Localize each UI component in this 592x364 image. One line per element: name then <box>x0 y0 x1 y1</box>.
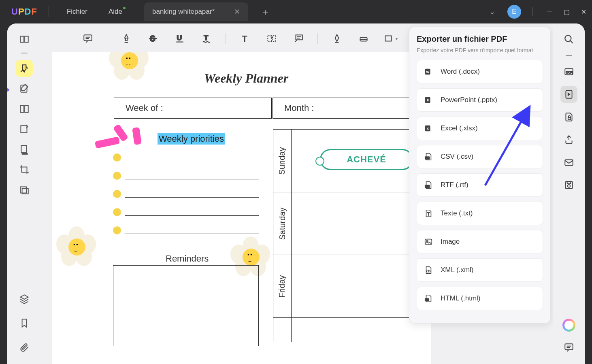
new-tab-button[interactable]: ＋ <box>260 5 270 18</box>
rtf-icon: RTF <box>424 180 433 190</box>
chevron-down-icon: ▾ <box>396 36 398 41</box>
squiggly-button[interactable]: T <box>199 31 214 46</box>
export-text-button[interactable]: T Texte (.txt) <box>417 202 543 225</box>
export-powerpoint-button[interactable]: P PowerPoint (.pptx) <box>417 88 543 112</box>
export-label: RTF (.rtf) <box>441 181 468 189</box>
pencil-button[interactable] <box>329 31 345 46</box>
separator <box>532 7 533 16</box>
text-button[interactable]: T <box>237 31 253 46</box>
svg-text:T: T <box>270 36 274 42</box>
day-label: Friday <box>278 275 287 298</box>
svg-rect-46 <box>565 344 573 349</box>
svg-rect-4 <box>21 145 26 152</box>
week-month-table: Week of : Month : <box>113 97 431 119</box>
document-tab[interactable]: banking whitepapar* ✕ <box>144 2 248 21</box>
annotation-toolbar: S U T T T ▾ <box>80 28 431 49</box>
svg-rect-45 <box>567 181 571 183</box>
close-window-button[interactable]: ✕ <box>575 4 592 20</box>
ai-assistant-button[interactable] <box>562 319 575 332</box>
feedback-button[interactable] <box>560 339 577 356</box>
forms-button[interactable] <box>16 141 33 158</box>
export-word-button[interactable]: W Word (.docx) <box>417 60 543 83</box>
layers-button[interactable] <box>16 290 33 307</box>
menu-help[interactable]: Aide <box>98 8 133 16</box>
textbox-button[interactable]: T <box>264 31 279 46</box>
export-title: Exporter un fichier PDF <box>417 34 543 44</box>
svg-rect-3 <box>21 126 27 132</box>
minimize-button[interactable]: ─ <box>541 4 558 20</box>
app-logo: UPDF <box>0 6 49 17</box>
search-button[interactable] <box>560 31 577 48</box>
pdf-page: ● ● ‿ ● ● ‿ ● ● ‿ Weekly Planner Week of… <box>52 52 431 364</box>
highlighter-button[interactable] <box>119 31 134 46</box>
export-image-button[interactable]: Image <box>417 230 543 253</box>
priorities-heading: Weekly priorities <box>158 133 225 145</box>
share-button[interactable] <box>560 131 577 148</box>
export-csv-button[interactable]: CSV CSV (.csv) <box>417 145 543 168</box>
pages-button[interactable] <box>16 100 33 117</box>
user-avatar[interactable]: E <box>507 5 521 19</box>
svg-rect-1 <box>20 105 24 112</box>
export-xml-button[interactable]: XML (.xml) <box>417 258 543 282</box>
text-icon: T <box>424 209 433 218</box>
protect-button[interactable] <box>560 109 577 126</box>
svg-point-36 <box>565 35 571 41</box>
document-viewport[interactable]: ● ● ‿ ● ● ‿ ● ● ‿ Weekly Planner Week of… <box>52 52 431 364</box>
svg-text:OCR: OCR <box>566 70 573 74</box>
export-label: CSV (.csv) <box>441 153 473 161</box>
document-title: Weekly Planner <box>52 71 431 86</box>
export-excel-button[interactable]: X Excel (.xlsx) <box>417 117 543 140</box>
svg-text:RTF: RTF <box>426 185 429 187</box>
shapes-button[interactable]: ▾ <box>383 31 398 46</box>
day-label: Saturday <box>278 207 287 240</box>
svg-text:W: W <box>426 70 430 74</box>
save-button[interactable] <box>560 177 577 194</box>
eraser-button[interactable] <box>356 31 371 46</box>
underline-button[interactable]: U <box>172 31 187 46</box>
export-label: XML (.xml) <box>441 266 474 274</box>
email-button[interactable] <box>560 154 577 171</box>
comment-button[interactable] <box>80 31 96 46</box>
callout-button[interactable] <box>291 31 306 46</box>
chevron-down-icon[interactable]: ⌄ <box>489 7 495 16</box>
maximize-button[interactable]: ▢ <box>558 4 575 20</box>
reader-mode-button[interactable] <box>16 31 33 48</box>
svg-text:CSV: CSV <box>426 157 430 159</box>
attachment-button[interactable] <box>16 339 33 356</box>
separator <box>566 55 572 56</box>
svg-text:X: X <box>426 127 429 131</box>
active-indicator <box>7 88 9 92</box>
svg-rect-6 <box>20 187 26 193</box>
image-icon <box>424 237 433 247</box>
export-label: Word (.docx) <box>441 68 480 76</box>
day-label: Sunday <box>278 147 287 175</box>
highlight-button[interactable] <box>16 60 33 77</box>
export-button[interactable] <box>560 86 577 103</box>
strikethrough-button[interactable]: S <box>145 31 161 46</box>
fill-sign-button[interactable] <box>16 121 33 138</box>
week-of-cell: Week of : <box>114 98 272 119</box>
svg-text:P: P <box>426 99 429 102</box>
separator <box>21 53 28 53</box>
export-html-button[interactable]: H HTML (.html) <box>417 287 543 310</box>
html-icon: H <box>424 294 433 303</box>
svg-rect-19 <box>385 36 391 41</box>
month-cell: Month : <box>273 98 430 119</box>
main-area: S U T T T ▾ ● ● ‿ ● ● ‿ <box>7 23 585 364</box>
menu-file[interactable]: Fichier <box>56 8 98 16</box>
export-label: Texte (.txt) <box>441 209 473 217</box>
left-sidebar <box>7 23 41 364</box>
compare-button[interactable] <box>16 181 33 198</box>
bookmark-button[interactable] <box>16 315 33 332</box>
svg-rect-41 <box>568 117 571 119</box>
ocr-button[interactable]: OCR <box>560 63 577 80</box>
reminders-box <box>113 265 259 346</box>
separator <box>317 33 318 44</box>
export-rtf-button[interactable]: RTF RTF (.rtf) <box>417 173 543 197</box>
close-tab-button[interactable]: ✕ <box>234 7 240 16</box>
svg-text:T: T <box>427 211 430 216</box>
svg-text:H: H <box>426 298 428 301</box>
svg-rect-17 <box>296 35 302 40</box>
edit-button[interactable] <box>16 80 33 97</box>
crop-button[interactable] <box>16 161 33 178</box>
